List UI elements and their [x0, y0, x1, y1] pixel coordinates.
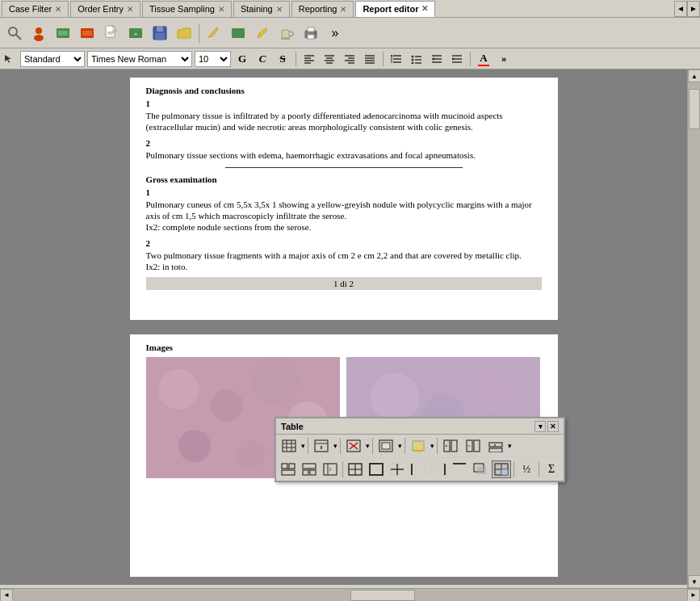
font-color-button[interactable]: A	[475, 51, 493, 67]
optimize-button[interactable]	[321, 460, 340, 478]
tab-report-editor[interactable]: Report editor ✕	[355, 1, 435, 17]
borders-outer-button[interactable]	[367, 460, 386, 478]
scroll-thumb[interactable]	[689, 89, 700, 129]
tab-next-button[interactable]: ►	[687, 1, 700, 17]
scroll-right-button[interactable]: ►	[687, 589, 700, 602]
sigma-button[interactable]: Σ	[542, 460, 561, 478]
svg-rect-99	[289, 464, 295, 469]
svg-rect-100	[282, 470, 295, 475]
split-cells-button[interactable]	[300, 460, 319, 478]
size-select[interactable]: 10	[195, 51, 231, 67]
align-left-button[interactable]	[300, 51, 318, 67]
line-spacing-button[interactable]	[388, 51, 405, 67]
row-col-dropdown[interactable]: ▾	[508, 442, 512, 450]
table-toolbar: Table ▾ ✕ ▾ ▾	[275, 417, 565, 482]
document-area[interactable]: Diagnosis and conclusions 1 The pulmonar…	[0, 69, 700, 585]
formula-fraction-button[interactable]: ½	[517, 460, 536, 478]
tab-reporting[interactable]: Reporting ✕	[291, 1, 354, 17]
print-button[interactable]	[300, 22, 322, 44]
svg-rect-88	[451, 440, 457, 452]
borders-inner-button[interactable]	[388, 460, 407, 478]
svg-rect-17	[232, 28, 245, 38]
row-col-tool2[interactable]	[463, 437, 484, 455]
close-icon[interactable]: ✕	[340, 5, 346, 14]
close-icon[interactable]: ✕	[276, 5, 283, 14]
svg-line-1	[16, 35, 21, 40]
tab-order-entry[interactable]: Order Entry ✕	[70, 1, 140, 17]
shadow-button[interactable]	[471, 460, 490, 478]
strike-button[interactable]: S	[274, 51, 291, 67]
table-properties-button[interactable]	[311, 437, 332, 455]
svg-point-23	[314, 32, 316, 34]
cup-button[interactable]	[275, 22, 298, 44]
row-col-tool3[interactable]	[485, 437, 506, 455]
italic-button[interactable]: C	[254, 51, 271, 67]
tt-sep6	[342, 461, 343, 477]
search-button[interactable]	[3, 22, 26, 44]
edit-button[interactable]	[203, 22, 225, 44]
save-button[interactable]	[149, 22, 171, 44]
svg-rect-7	[82, 31, 92, 36]
tool6-button[interactable]: +	[124, 22, 147, 44]
document-button[interactable]	[100, 22, 123, 44]
tab-staining[interactable]: Staining ✕	[233, 1, 290, 17]
svg-rect-22	[308, 35, 314, 39]
vertical-scrollbar[interactable]: ▲ ▼	[687, 69, 700, 588]
h-scroll-thumb[interactable]	[350, 590, 415, 601]
close-icon[interactable]: ✕	[127, 5, 133, 14]
open-button[interactable]	[173, 22, 195, 44]
user-button[interactable]	[27, 22, 50, 44]
svg-point-0	[9, 27, 17, 36]
bold-button[interactable]: G	[233, 51, 251, 67]
close-icon[interactable]: ✕	[218, 5, 224, 14]
table-props-dropdown[interactable]: ▾	[333, 442, 337, 450]
bullets-button[interactable]	[408, 51, 425, 67]
pencil-button[interactable]	[251, 22, 274, 44]
tab-case-filter[interactable]: Case Filter ✕	[2, 1, 69, 17]
background-button[interactable]	[408, 437, 429, 455]
row-col-tool1[interactable]	[440, 437, 461, 455]
app-container: Case Filter ✕ Order Entry ✕ Tissue Sampl…	[0, 0, 700, 601]
tool3-button[interactable]	[52, 22, 74, 44]
style-select[interactable]: Standard	[20, 51, 85, 67]
delete-table-dropdown[interactable]: ▾	[366, 442, 370, 450]
borders-right-button[interactable]	[429, 460, 448, 478]
tab-prev-button[interactable]: ◄	[674, 1, 687, 17]
indent-increase-button[interactable]	[448, 51, 466, 67]
more-format-button[interactable]: »	[495, 51, 513, 67]
svg-rect-85	[413, 441, 424, 451]
scroll-up-button[interactable]: ▲	[688, 69, 700, 82]
tab-tissue-sampling[interactable]: Tissue Sampling ✕	[142, 1, 232, 17]
svg-point-43	[412, 55, 414, 57]
indent-decrease-button[interactable]	[428, 51, 446, 67]
font-select[interactable]: Times New Roman	[87, 51, 192, 67]
insert-table-button[interactable]	[279, 437, 300, 455]
justify-button[interactable]	[361, 51, 379, 67]
borders-top-button[interactable]	[450, 460, 469, 478]
table-toolbar-titlebar[interactable]: Table ▾ ✕	[276, 418, 564, 435]
cell-props-dropdown[interactable]: ▾	[398, 442, 402, 450]
table-toolbar-close[interactable]: ✕	[547, 421, 559, 432]
tool10-button[interactable]	[227, 22, 249, 44]
cell-props-button[interactable]	[375, 437, 396, 455]
background-dropdown[interactable]: ▾	[430, 442, 434, 450]
merge-cells-button[interactable]	[279, 460, 298, 478]
table-toolbar-minimize[interactable]: ▾	[534, 421, 546, 432]
scroll-down-button[interactable]: ▼	[688, 575, 700, 588]
h-scroll-track	[13, 589, 687, 601]
close-icon[interactable]: ✕	[55, 5, 61, 14]
align-right-button[interactable]	[341, 51, 358, 67]
scroll-left-button[interactable]: ◄	[0, 589, 13, 602]
tool4-button[interactable]	[76, 22, 99, 44]
borders-all-button[interactable]	[346, 460, 365, 478]
horizontal-scrollbar[interactable]: ◄ ►	[0, 588, 700, 601]
more-button[interactable]: »	[324, 22, 346, 44]
tt-sep1	[308, 438, 308, 454]
tt-sep2	[340, 438, 341, 454]
close-icon[interactable]: ✕	[421, 4, 428, 13]
borders-left-button[interactable]	[409, 460, 428, 478]
delete-table-button[interactable]	[343, 437, 364, 455]
insert-table-dropdown[interactable]: ▾	[301, 442, 305, 450]
active-cell-button[interactable]	[492, 460, 511, 478]
align-center-button[interactable]	[321, 51, 338, 67]
